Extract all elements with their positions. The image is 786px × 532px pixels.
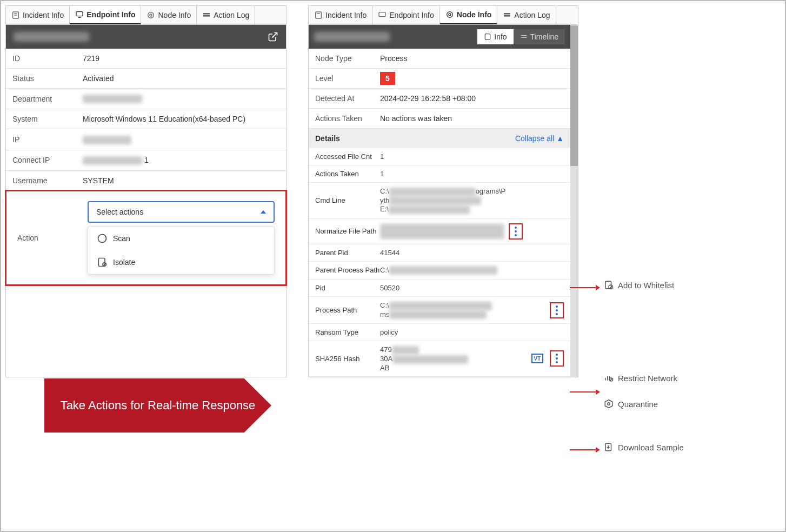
details-header: Details Collapse all ▲ bbox=[309, 129, 570, 148]
detail-sha256-hash: SHA256 Hash47930AABVT bbox=[309, 341, 570, 376]
svg-marker-25 bbox=[596, 285, 600, 290]
row-node-type: Node TypeProcess bbox=[309, 49, 570, 69]
tab-endpoint-info[interactable]: Endpoint Info bbox=[70, 6, 141, 24]
row-detected-at: Detected At2024-02-29 16:22:58 +08:00 bbox=[309, 89, 570, 109]
row-action: Action Select actions Scan Isolate bbox=[11, 196, 281, 280]
endpoint-header bbox=[6, 25, 286, 49]
detail-accessed-file-cnt: Accessed File Cnt1 bbox=[309, 148, 570, 165]
scrollbar[interactable] bbox=[570, 25, 578, 377]
tab-bar-right: Incident Info Endpoint Info Node Info Ac… bbox=[309, 6, 578, 25]
detail-actions-taken: Actions Taken1 bbox=[309, 165, 570, 183]
endpoint-info-panel: Incident Info Endpoint Info Node Info Ac… bbox=[5, 5, 287, 377]
node-info-panel: Incident Info Endpoint Info Node Info Ac… bbox=[308, 5, 578, 377]
svg-marker-35 bbox=[596, 447, 600, 453]
isolate-icon bbox=[97, 257, 108, 268]
svg-point-17 bbox=[447, 12, 452, 18]
node-header: Info Timeline bbox=[309, 25, 570, 49]
banner-take-actions: Take Actions for Real-time Response bbox=[44, 378, 271, 433]
callout-download-sample: Download Sample bbox=[604, 442, 684, 452]
detail-normalize-file-path: Normalize File Path bbox=[309, 219, 570, 244]
menu-item-scan[interactable]: Scan bbox=[88, 227, 274, 250]
kebab-normalize-path[interactable] bbox=[509, 223, 523, 240]
svg-line-31 bbox=[610, 378, 612, 381]
tab-incident-info-r[interactable]: Incident Info bbox=[309, 6, 372, 24]
svg-marker-29 bbox=[596, 389, 600, 395]
row-ip: IP bbox=[6, 129, 286, 150]
svg-point-6 bbox=[150, 14, 152, 16]
endpoint-name-redacted bbox=[14, 32, 89, 42]
toggle-timeline[interactable]: Timeline bbox=[514, 29, 565, 44]
level-badge: 5 bbox=[380, 72, 395, 85]
tab-endpoint-info-r[interactable]: Endpoint Info bbox=[372, 6, 440, 24]
svg-rect-20 bbox=[504, 15, 510, 17]
detail-parent-pid: Parent Pid41544 bbox=[309, 244, 570, 262]
tab-node-info-r[interactable]: Node Info bbox=[440, 6, 498, 24]
detail-process-path: Process PathC:\ms bbox=[309, 297, 570, 324]
row-system: SystemMicrosoft Windows 11 Education(x64… bbox=[6, 109, 286, 129]
svg-point-18 bbox=[449, 14, 451, 16]
tab-action-log-r[interactable]: Action Log bbox=[497, 6, 556, 24]
callout-add-whitelist: Add to Whitelist bbox=[604, 280, 674, 290]
quarantine-icon bbox=[604, 399, 614, 409]
svg-rect-7 bbox=[203, 13, 210, 15]
menu-item-isolate[interactable]: Isolate bbox=[88, 250, 274, 274]
action-dropdown[interactable]: Select actions bbox=[88, 201, 275, 223]
tab-incident-info[interactable]: Incident Info bbox=[6, 6, 70, 24]
action-dropdown-menu: Scan Isolate bbox=[88, 226, 275, 275]
action-section-highlight: Action Select actions Scan Isolate bbox=[5, 190, 287, 286]
row-id: ID7219 bbox=[6, 49, 286, 69]
row-status: StatusActivated bbox=[6, 69, 286, 89]
scrollbar-thumb[interactable] bbox=[570, 25, 578, 166]
tab-action-log[interactable]: Action Log bbox=[197, 6, 255, 24]
node-name-redacted bbox=[314, 32, 390, 42]
svg-point-33 bbox=[608, 403, 610, 405]
row-username: UsernameSYSTEM bbox=[6, 171, 286, 191]
svg-rect-3 bbox=[76, 12, 83, 16]
svg-rect-19 bbox=[504, 13, 510, 15]
chevron-up-icon bbox=[261, 210, 266, 214]
svg-rect-21 bbox=[485, 34, 490, 40]
svg-line-9 bbox=[272, 33, 277, 38]
svg-point-5 bbox=[148, 12, 154, 18]
download-icon bbox=[604, 442, 614, 452]
callout-quarantine: Quarantine bbox=[604, 399, 658, 409]
callout-restrict-network: Restrict Network bbox=[604, 373, 677, 383]
row-actions-taken: Actions TakenNo actions was taken bbox=[309, 109, 570, 129]
collapse-all-link[interactable]: Collapse all ▲ bbox=[515, 134, 564, 143]
scan-icon bbox=[97, 233, 108, 244]
tab-bar: Incident Info Endpoint Info Node Info Ac… bbox=[6, 6, 286, 25]
virustotal-icon[interactable]: VT bbox=[531, 354, 543, 363]
svg-rect-8 bbox=[203, 15, 210, 17]
external-link-icon[interactable] bbox=[268, 31, 278, 42]
toggle-info[interactable]: Info bbox=[477, 29, 513, 44]
detail-cmd-line: Cmd Line C:\ograms\P yth E:\ bbox=[309, 183, 570, 219]
detail-parent-process-path: Parent Process PathC:\ bbox=[309, 262, 570, 280]
svg-marker-32 bbox=[605, 400, 612, 408]
whitelist-icon bbox=[604, 280, 614, 290]
network-restrict-icon bbox=[604, 373, 614, 383]
row-department: Department bbox=[6, 89, 286, 109]
svg-rect-16 bbox=[379, 12, 385, 17]
row-level: Level5 bbox=[309, 69, 570, 89]
kebab-process-path[interactable] bbox=[550, 302, 564, 318]
tab-node-info[interactable]: Node Info bbox=[141, 6, 197, 24]
kebab-sha256[interactable] bbox=[550, 350, 564, 367]
detail-ransom-type: Ransom Typepolicy bbox=[309, 324, 570, 341]
row-connect-ip: Connect IP 1 bbox=[6, 150, 286, 171]
svg-rect-14 bbox=[316, 12, 322, 18]
detail-pid: Pid50520 bbox=[309, 280, 570, 297]
